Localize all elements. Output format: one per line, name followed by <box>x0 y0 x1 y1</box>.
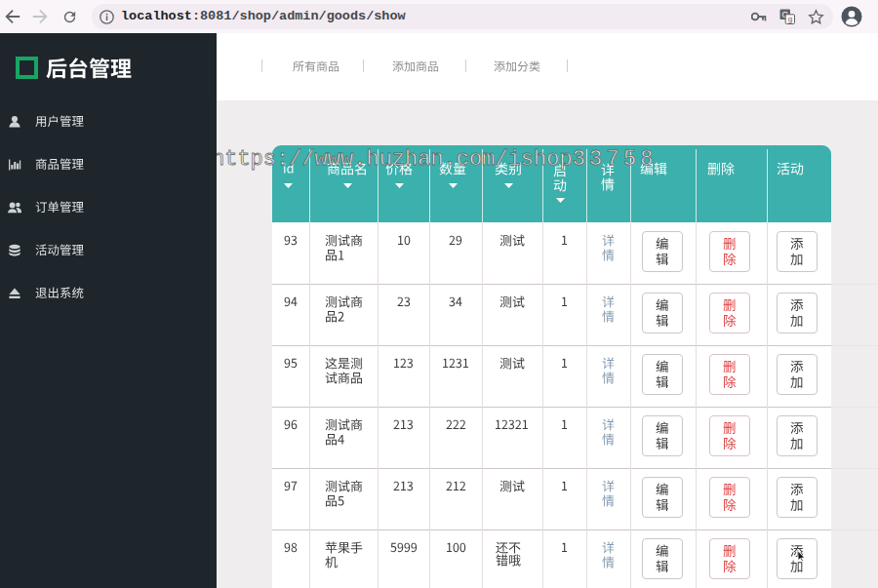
svg-text:g: g <box>788 15 792 23</box>
